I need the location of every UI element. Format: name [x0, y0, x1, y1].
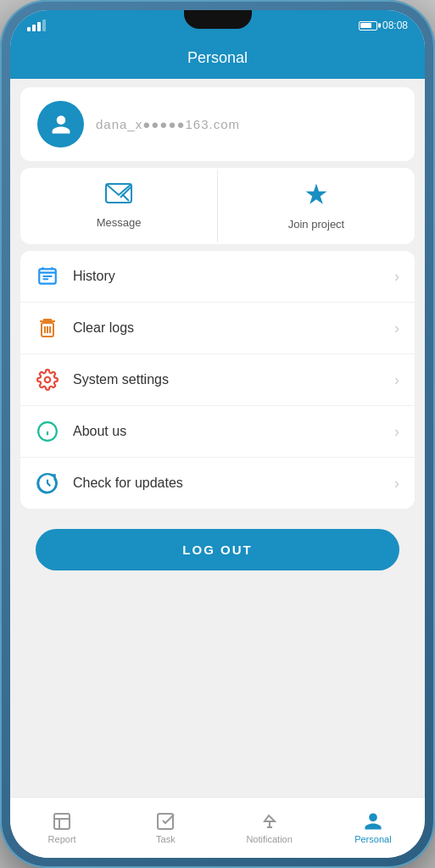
- status-time: 08:08: [382, 19, 408, 31]
- nav-item-task[interactable]: Task: [114, 804, 217, 851]
- avatar: [37, 101, 84, 147]
- phone-frame: 08:08 Personal dana_x●●●●●163.com: [0, 0, 435, 868]
- profile-section: dana_x●●●●●163.com: [20, 87, 415, 161]
- message-action[interactable]: Message: [20, 170, 218, 242]
- join-project-action[interactable]: Join project: [218, 168, 415, 244]
- clear-logs-label: Clear logs: [73, 320, 381, 336]
- svg-rect-19: [54, 814, 70, 829]
- page-title: Personal: [187, 49, 248, 66]
- personal-nav-label: Personal: [354, 834, 391, 844]
- join-project-label: Join project: [288, 218, 344, 231]
- quick-actions: Message Join project: [20, 168, 415, 244]
- message-icon: [105, 183, 132, 211]
- personal-nav-icon: [363, 811, 383, 832]
- menu-item-check-updates[interactable]: Check for updates ›: [20, 458, 415, 509]
- user-email: dana_x●●●●●163.com: [96, 117, 240, 131]
- check-updates-chevron: ›: [394, 475, 399, 492]
- check-updates-label: Check for updates: [73, 476, 381, 491]
- history-label: History: [73, 269, 381, 284]
- report-nav-icon: [52, 811, 72, 832]
- system-settings-icon: [36, 368, 59, 392]
- menu-item-system-settings[interactable]: System settings ›: [20, 354, 415, 406]
- status-right: 08:08: [359, 19, 408, 31]
- avatar-icon: [50, 114, 72, 136]
- svg-rect-22: [158, 814, 173, 829]
- history-chevron: ›: [394, 268, 399, 286]
- menu-item-about-us[interactable]: About us ›: [20, 406, 415, 458]
- clear-logs-icon: [36, 316, 59, 340]
- nav-item-personal[interactable]: Personal: [321, 804, 425, 851]
- nav-item-report[interactable]: Report: [10, 804, 114, 851]
- app-header: Personal: [10, 41, 425, 79]
- system-settings-chevron: ›: [394, 371, 399, 389]
- task-nav-icon: [155, 811, 176, 832]
- battery-icon: [359, 21, 377, 31]
- phone-screen: 08:08 Personal dana_x●●●●●163.com: [10, 10, 425, 858]
- notification-nav-icon: [259, 811, 280, 832]
- report-nav-label: Report: [48, 834, 76, 844]
- logout-section: LOG OUT: [10, 515, 425, 584]
- about-us-chevron: ›: [394, 423, 399, 441]
- clear-logs-chevron: ›: [394, 320, 399, 337]
- check-updates-icon: [36, 471, 59, 495]
- about-us-icon: [36, 420, 59, 443]
- join-project-icon: [304, 181, 329, 213]
- notch: [184, 10, 252, 29]
- signal-icon: [27, 19, 46, 31]
- nav-item-notification[interactable]: Notification: [218, 804, 321, 851]
- about-us-label: About us: [73, 424, 381, 439]
- system-settings-label: System settings: [73, 372, 381, 387]
- bottom-nav: Report Task Notification: [10, 797, 425, 858]
- menu-item-clear-logs[interactable]: Clear logs ›: [20, 303, 415, 354]
- svg-marker-23: [265, 815, 275, 821]
- menu-item-history[interactable]: History ›: [20, 251, 415, 303]
- menu-list: History › Clea: [20, 251, 415, 509]
- history-icon: [36, 264, 59, 288]
- main-content: dana_x●●●●●163.com Message: [10, 79, 425, 797]
- logout-button[interactable]: LOG OUT: [36, 529, 399, 570]
- message-label: Message: [97, 216, 142, 229]
- svg-point-14: [45, 377, 51, 383]
- status-bar: 08:08: [10, 10, 425, 41]
- notification-nav-label: Notification: [246, 834, 292, 844]
- task-nav-label: Task: [156, 834, 176, 844]
- svg-line-2: [122, 194, 129, 201]
